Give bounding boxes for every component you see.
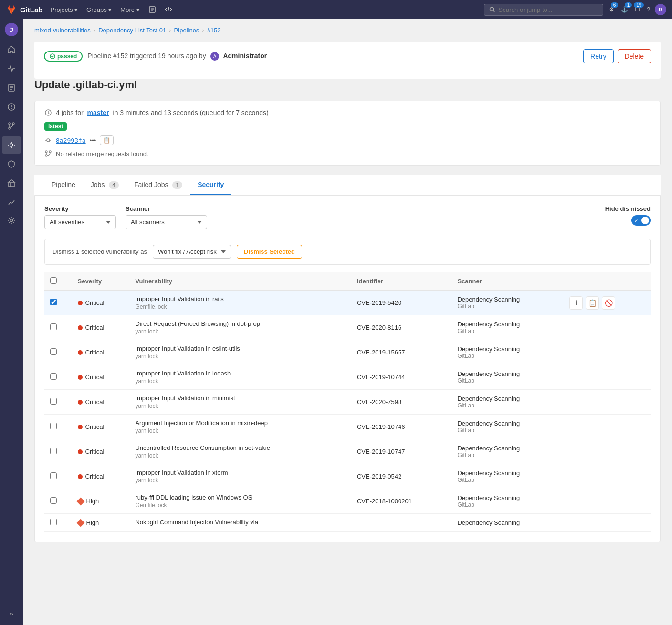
sidebar-item-packages[interactable] xyxy=(2,175,21,192)
breadcrumb-project[interactable]: mixed-vulnerabilities xyxy=(34,27,91,34)
branch-link[interactable]: master xyxy=(87,109,109,116)
sidebar-item-cicd[interactable] xyxy=(2,136,21,154)
search-bar[interactable] xyxy=(484,4,603,16)
breadcrumb-repo[interactable]: Dependency List Test 01 xyxy=(98,27,166,34)
table-row: High Nokogiri Command Injection Vulnerab… xyxy=(44,514,651,532)
row-vuln-cell: Improper Input Validation in minimist ya… xyxy=(129,390,351,415)
row-actions-cell xyxy=(564,340,651,365)
user-avatar[interactable]: D xyxy=(655,4,666,15)
breadcrumb-pipelines[interactable]: Pipelines xyxy=(174,27,200,34)
scanner-name: Dependency Scanning xyxy=(457,345,558,353)
sidebar-expand-btn[interactable]: » xyxy=(6,606,17,621)
tab-pipeline[interactable]: Pipeline xyxy=(44,175,83,195)
row-checkbox[interactable] xyxy=(50,299,57,305)
vuln-name: Uncontrolled Resource Consumption in set… xyxy=(135,444,346,451)
sidebar-item-settings[interactable] xyxy=(2,212,21,229)
breadcrumb-pipeline-id[interactable]: #152 xyxy=(207,27,221,34)
search-input[interactable] xyxy=(498,6,598,13)
sidebar-item-repository[interactable] xyxy=(2,79,21,96)
row-severity-cell: High xyxy=(72,514,130,532)
severity-label: Critical xyxy=(85,423,105,430)
severity-label: Critical xyxy=(85,349,105,356)
row-checkbox[interactable] xyxy=(50,497,57,504)
row-checkbox[interactable] xyxy=(50,423,57,429)
table-row: Critical Improper Input Validation in mi… xyxy=(44,390,651,415)
tab-security[interactable]: Security xyxy=(190,175,231,195)
row-checkbox-cell xyxy=(44,464,72,489)
severity-label: Critical xyxy=(85,473,105,480)
sidebar-item-home[interactable] xyxy=(2,41,21,58)
more-nav-btn[interactable]: More ▾ xyxy=(116,4,143,15)
scanner-source: GitLab xyxy=(457,402,558,409)
row-checkbox[interactable] xyxy=(50,348,57,355)
severity-cell: High xyxy=(78,519,124,526)
identifier-value: CVE-2019-15657 xyxy=(357,349,405,356)
severity-cell: Critical xyxy=(78,324,124,331)
pipeline-info-box: 4 jobs for master in 3 minutes and 13 se… xyxy=(34,101,661,166)
svg-point-4 xyxy=(9,123,10,125)
row-dismiss-btn[interactable]: 🚫 xyxy=(602,296,615,310)
tab-failed-jobs[interactable]: Failed Jobs 1 xyxy=(126,175,190,195)
row-checkbox[interactable] xyxy=(50,323,57,330)
sidebar-item-security[interactable] xyxy=(2,156,21,173)
code-review-badge: 6 xyxy=(611,2,619,8)
row-checkbox[interactable] xyxy=(50,519,57,525)
sidebar-item-analytics[interactable] xyxy=(2,194,21,211)
identifier-value: CVE-2019-10744 xyxy=(357,374,405,381)
table-row: Critical Direct Request (Forced Browsing… xyxy=(44,315,651,340)
help-icon[interactable]: ? xyxy=(645,4,652,15)
vuln-file: yarn.lock xyxy=(135,353,346,360)
delete-button[interactable]: Delete xyxy=(618,49,651,63)
groups-nav-btn[interactable]: Groups ▾ xyxy=(83,4,116,15)
gitlab-logo[interactable]: GitLab xyxy=(6,4,43,15)
dismiss-selected-button[interactable]: Dismiss Selected xyxy=(237,245,302,259)
table-body: Critical Improper Input Validation in ra… xyxy=(44,291,651,532)
svg-point-1 xyxy=(490,7,494,11)
row-info-btn[interactable]: ℹ xyxy=(569,296,583,310)
commit-ellipsis: ••• xyxy=(90,137,96,144)
row-edit-btn[interactable]: 📋 xyxy=(586,296,599,310)
code-nav-btn[interactable] xyxy=(161,4,176,15)
todo-icon[interactable]: ☐ 19 xyxy=(633,4,642,15)
dismiss-reason-select[interactable]: Won't fix / Accept risk Mitigated Not ap… xyxy=(153,245,231,259)
security-content: Severity All severities Critical High Me… xyxy=(34,195,661,542)
row-checkbox-cell xyxy=(44,291,72,315)
row-vuln-cell: Improper Input Validation in xterm yarn.… xyxy=(129,464,351,489)
select-all-checkbox[interactable] xyxy=(50,277,57,284)
severity-filter-select[interactable]: All severities Critical High Medium Low xyxy=(44,215,116,229)
row-checkbox-cell xyxy=(44,315,72,340)
row-checkbox[interactable] xyxy=(50,373,57,380)
pipeline-tabs: Pipeline Jobs 4 Failed Jobs 1 Security xyxy=(34,175,661,195)
sidebar-item-activity[interactable] xyxy=(2,60,21,77)
sidebar-item-issues[interactable] xyxy=(2,98,21,115)
sidebar-item-merge-requests[interactable] xyxy=(2,117,21,135)
severity-label: Critical xyxy=(85,324,105,331)
scanner-name: Dependency Scanning xyxy=(457,420,558,427)
commit-hash-link[interactable]: 8a2993fa xyxy=(56,137,86,144)
row-checkbox[interactable] xyxy=(50,472,57,479)
row-vuln-cell: Nokogiri Command Injection Vulnerability… xyxy=(129,514,351,532)
activity-nav-btn[interactable] xyxy=(145,4,160,15)
hide-dismissed-toggle[interactable]: ✓ xyxy=(631,215,651,226)
code-review-icon[interactable]: ⚙ 6 xyxy=(607,4,616,15)
row-scanner-cell: Dependency Scanning GitLab xyxy=(452,439,564,464)
scanner-filter-select[interactable]: All scanners Dependency Scanning Contain… xyxy=(126,215,207,229)
svg-point-17 xyxy=(49,151,51,153)
sidebar: D » xyxy=(0,19,23,625)
sidebar-avatar[interactable]: D xyxy=(5,23,18,36)
tab-jobs[interactable]: Jobs 4 xyxy=(83,175,126,195)
merge-req-row: No related merge requests found. xyxy=(44,150,651,157)
projects-nav-btn[interactable]: Projects ▾ xyxy=(47,4,82,15)
row-checkbox[interactable] xyxy=(50,448,57,454)
row-checkbox[interactable] xyxy=(50,398,57,405)
vuln-name: Improper Input Validation in eslint-util… xyxy=(135,345,346,352)
merge-request-icon[interactable]: ⚓ 1 xyxy=(619,4,630,15)
pipeline-status-badge: passed xyxy=(44,51,83,62)
identifier-value: CVE-2019-10746 xyxy=(357,423,405,430)
retry-button[interactable]: Retry xyxy=(583,49,613,63)
table-row: Critical Improper Input Validation in ra… xyxy=(44,291,651,315)
vuln-file: yarn.lock xyxy=(135,477,346,484)
row-identifier-cell: CVE-2019-10744 xyxy=(351,365,452,390)
copy-commit-btn[interactable]: 📋 xyxy=(100,135,114,145)
jobs-tab-count: 4 xyxy=(109,181,119,189)
